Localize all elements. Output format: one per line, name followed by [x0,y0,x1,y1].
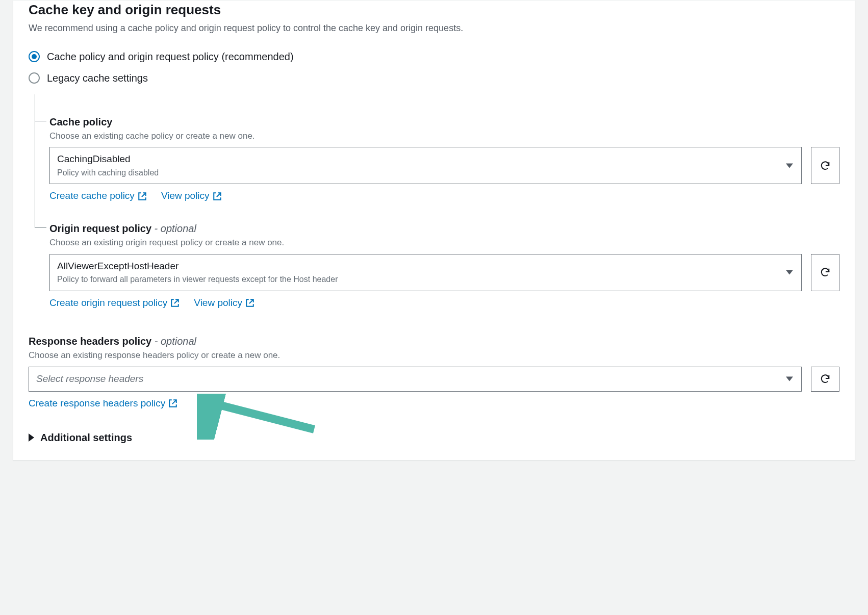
policy-subsection: Cache policy Choose an existing cache po… [35,94,839,310]
response-headers-policy-group: Response headers policy - optional Choos… [29,334,839,410]
section-description: We recommend using a cache policy and or… [29,22,839,35]
external-link-icon [138,192,147,201]
response-headers-policy-desc: Choose an existing response headers poli… [29,349,839,362]
response-headers-policy-refresh-button[interactable] [811,367,839,392]
additional-settings-label: Additional settings [40,430,132,445]
origin-request-policy-select[interactable]: AllViewerExceptHostHeader Policy to forw… [49,254,802,291]
chevron-down-icon [786,270,793,275]
origin-request-policy-group: Origin request policy - optional Choose … [49,221,839,310]
origin-request-policy-refresh-button[interactable] [811,254,839,291]
radio-legacy[interactable]: Legacy cache settings [29,71,839,85]
create-response-headers-policy-link[interactable]: Create response headers policy [29,397,177,411]
radio-icon [29,72,40,84]
cache-policy-select[interactable]: CachingDisabled Policy with caching disa… [49,147,802,184]
view-cache-policy-link[interactable]: View policy [161,189,222,203]
response-headers-policy-label: Response headers policy - optional [29,334,839,348]
radio-legacy-label: Legacy cache settings [47,71,148,85]
chevron-down-icon [786,163,793,168]
chevron-down-icon [786,377,793,381]
external-link-icon [168,399,177,408]
cache-policy-value-desc: Policy with caching disabled [57,167,779,178]
cache-policy-label: Cache policy [49,115,839,129]
radio-recommended-label: Cache policy and origin request policy (… [47,49,294,64]
cache-policy-desc: Choose an existing cache policy or creat… [49,130,839,142]
create-origin-request-policy-link[interactable]: Create origin request policy [49,296,180,310]
radio-recommended[interactable]: Cache policy and origin request policy (… [29,49,839,64]
section-title: Cache key and origin requests [29,1,839,19]
caret-right-icon [29,433,34,442]
cache-policy-value: CachingDisabled [57,152,779,166]
svg-line-0 [207,402,314,429]
policy-mode-radio-group: Cache policy and origin request policy (… [29,49,839,85]
response-headers-policy-placeholder: Select response headers [36,372,779,386]
origin-request-policy-value-desc: Policy to forward all parameters in view… [57,274,779,285]
origin-request-policy-label: Origin request policy - optional [49,221,839,236]
refresh-icon [820,373,831,385]
response-headers-policy-select[interactable]: Select response headers [29,367,802,392]
origin-request-policy-value: AllViewerExceptHostHeader [57,260,779,273]
cache-key-panel: Cache key and origin requests We recomme… [13,0,855,460]
additional-settings-expander[interactable]: Additional settings [29,430,839,445]
refresh-icon [820,160,831,171]
cache-policy-refresh-button[interactable] [811,147,839,184]
origin-request-policy-desc: Choose an existing origin request policy… [49,237,839,249]
external-link-icon [170,298,180,308]
external-link-icon [245,298,254,308]
radio-icon [29,51,40,62]
refresh-icon [820,267,831,278]
view-origin-request-policy-link[interactable]: View policy [194,296,254,310]
create-cache-policy-link[interactable]: Create cache policy [49,189,147,203]
external-link-icon [213,192,222,201]
cache-policy-group: Cache policy Choose an existing cache po… [49,115,839,203]
